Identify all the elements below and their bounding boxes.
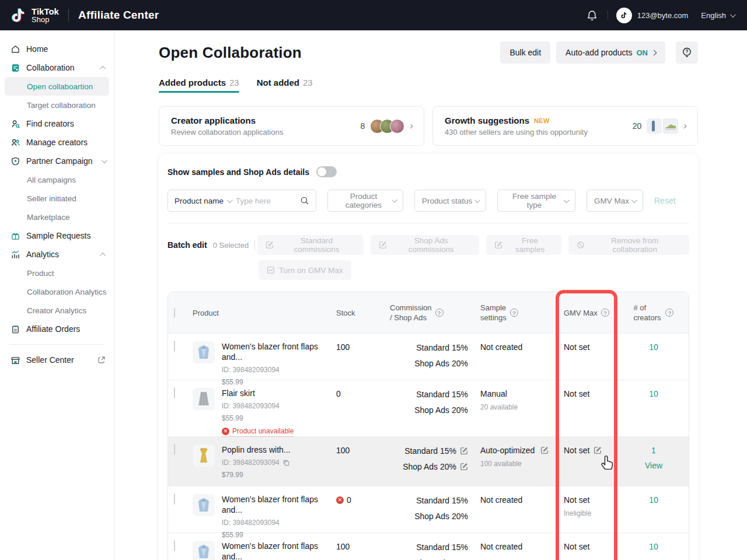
sidebar-item-collaboration[interactable]: Collaboration — [0, 58, 114, 77]
edit-icon — [266, 241, 274, 249]
table-row[interactable]: Flair skirt ID: 398482093094 $55.99 Prod… — [168, 380, 689, 436]
creators-count-link[interactable]: 10 — [649, 542, 658, 551]
card-subtitle: 430 other sellers are using this opportu… — [445, 128, 588, 136]
reset-filters-link[interactable]: Reset — [654, 196, 676, 205]
gmv-max-value: Not set — [564, 446, 589, 455]
row-checkbox[interactable] — [174, 494, 175, 505]
chevron-right-icon — [683, 121, 687, 131]
sidebar-item-manage-creators[interactable]: Manage creators — [0, 133, 114, 152]
turn-on-gmv-max-button[interactable]: Turn on GMV Max — [259, 260, 351, 280]
sidebar-item-target-collaboration[interactable]: Target collaboration — [0, 96, 114, 114]
filter-gmv-max[interactable]: GMV Max — [587, 190, 643, 212]
creator-applications-card[interactable]: Creator applications Review collaboratio… — [159, 106, 424, 146]
help-icon[interactable] — [601, 309, 609, 317]
edit-icon[interactable] — [540, 446, 549, 454]
sidebar-item-affiliate-orders[interactable]: Affiliate Orders — [0, 320, 114, 338]
help-icon[interactable] — [665, 309, 673, 317]
gmv-max-value: Not set — [564, 495, 589, 505]
show-details-toggle[interactable] — [316, 166, 337, 177]
sidebar-item-all-campaigns[interactable]: All campaigns — [0, 170, 114, 189]
filter-product-categories[interactable]: Product categories — [327, 190, 403, 212]
app-title: Affiliate Center — [78, 9, 159, 22]
chevron-down-icon — [631, 197, 637, 203]
sidebar-item-seller-center[interactable]: Seller Center — [0, 351, 114, 369]
filter-product-status[interactable]: Product status — [414, 190, 486, 212]
filter-free-sample-type[interactable]: Free sample type — [497, 190, 575, 212]
notifications-button[interactable] — [585, 8, 599, 22]
button-label: Turn on GMV Max — [279, 266, 343, 275]
sneaker-thumbnail — [663, 118, 678, 134]
sidebar-item-label: Partner Campaign — [26, 156, 96, 166]
product-image-skirt — [193, 388, 215, 410]
row-checkbox[interactable] — [174, 387, 175, 398]
sample-setting: Not created — [480, 495, 522, 505]
batch-edit-label: Batch edit — [167, 240, 207, 250]
table-row[interactable]: Women's blazer front flaps and... ID: 39… — [168, 333, 689, 380]
standard-commissions-button[interactable]: Standard commissions — [257, 235, 364, 255]
auto-add-products-button[interactable]: Auto-add products ON — [556, 41, 665, 64]
search-input[interactable] — [236, 197, 295, 205]
help-icon[interactable] — [510, 309, 518, 317]
tab-not-added[interactable]: Not added 23 — [257, 78, 313, 93]
copy-icon[interactable] — [282, 459, 290, 467]
sidebar-item-label: Collaboration Analytics — [27, 288, 107, 296]
product-image-blazer — [193, 541, 215, 560]
creators-count-link[interactable]: 10 — [649, 389, 658, 398]
sidebar-item-sample-requests[interactable]: Sample Requests — [0, 226, 114, 245]
row-checkbox[interactable] — [174, 444, 175, 455]
help-icon[interactable] — [435, 309, 444, 317]
account-email: 123@byte.com — [637, 11, 689, 20]
row-checkbox[interactable] — [174, 341, 175, 352]
edit-icon[interactable] — [460, 447, 468, 455]
toggle-knob — [317, 167, 326, 176]
bulk-edit-button[interactable]: Bulk edit — [500, 41, 550, 64]
shop-ads-commissions-button[interactable]: Shop Ads commissions — [371, 235, 479, 255]
search-category-select[interactable]: Product name — [174, 197, 231, 205]
table-row[interactable]: Women's blazer front flaps and... ID: 39… — [168, 486, 689, 533]
remove-from-collaboration-button[interactable]: Remove from collaboration — [568, 235, 689, 255]
creators-count-link[interactable]: 10 — [649, 342, 658, 352]
column-header-sample-settings: Samplesettings — [470, 303, 557, 323]
product-id: ID: 398482093094 — [222, 402, 294, 410]
tiktok-shop-logo[interactable]: TikTok Shop — [9, 5, 59, 25]
find-creators-icon — [11, 119, 20, 129]
sidebar-item-label: Product — [27, 269, 54, 278]
shop-ads-commission: Shop Ads 20% — [414, 511, 468, 522]
table-row-hovered[interactable]: Poplin dress with... ID: 398482093094 $7… — [168, 436, 689, 486]
sidebar-item-open-collaboration[interactable]: Open collaboartion — [5, 77, 109, 96]
product-unavailable-badge[interactable]: Product unavailable — [222, 427, 294, 437]
main-content: Open Collaboration Bulk edit Auto-add pr… — [114, 30, 747, 560]
product-name: Flair skirt — [222, 388, 294, 398]
sidebar-item-home[interactable]: Home — [0, 40, 114, 58]
language-selector[interactable]: English — [701, 11, 734, 20]
account-menu[interactable]: 123@byte.com — [616, 8, 689, 23]
sidebar-item-creator-analytics[interactable]: Creator Analytics — [0, 301, 114, 320]
edit-icon[interactable] — [460, 463, 468, 471]
bell-icon — [586, 9, 598, 22]
column-header-creators: # ofcreators — [619, 303, 689, 323]
creators-count-link[interactable]: 1 — [651, 446, 656, 455]
sidebar-item-analytics[interactable]: Analytics — [0, 245, 114, 264]
sidebar-item-collaboration-analytics[interactable]: Collaboration Analytics — [0, 282, 114, 301]
column-header-product: Product — [193, 308, 336, 318]
sidebar-item-find-creators[interactable]: Find creators — [0, 114, 114, 133]
sidebar-item-seller-initiated[interactable]: Seller initiated — [0, 189, 114, 208]
free-samples-button[interactable]: Free samples — [486, 235, 561, 255]
sidebar-item-label: Creator Analytics — [27, 306, 86, 315]
select-all-checkbox[interactable] — [174, 308, 175, 318]
chevron-down-icon — [102, 158, 107, 163]
growth-suggestions-card[interactable]: Growth suggestions NEW 430 other sellers… — [432, 106, 698, 146]
view-link[interactable]: View — [619, 461, 689, 470]
sidebar-item-product-analytics[interactable]: Product — [0, 264, 114, 282]
standard-commission: Standard 15% — [416, 342, 468, 353]
creators-count-link[interactable]: 10 — [649, 495, 658, 505]
help-tips-button[interactable]: ? — [676, 41, 698, 64]
sidebar-item-marketplace[interactable]: Marketplace — [0, 208, 114, 226]
sidebar-item-label: All campaigns — [27, 176, 76, 184]
gmv-ineligible-label: Ineligible — [564, 509, 619, 517]
sidebar-item-partner-campaign[interactable]: Partner Campaign — [0, 152, 114, 170]
tab-added-products[interactable]: Added products 23 — [159, 78, 239, 93]
edit-icon[interactable] — [594, 446, 602, 454]
chevron-right-icon — [651, 50, 657, 55]
row-checkbox[interactable] — [174, 540, 175, 551]
